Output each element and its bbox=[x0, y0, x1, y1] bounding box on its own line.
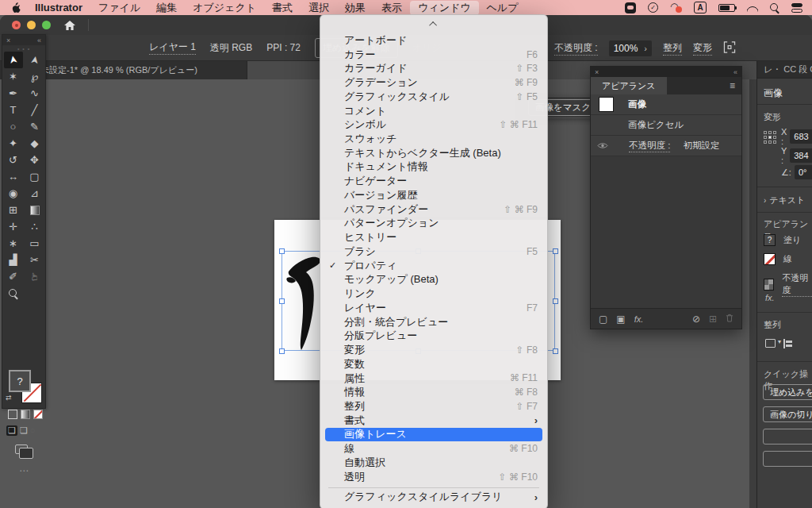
slice-tool[interactable]: ✂ bbox=[25, 252, 44, 268]
menubar-item-3[interactable]: オブジェクト bbox=[185, 1, 264, 15]
menu-item-15[interactable]: ブラシF5 bbox=[320, 244, 547, 259]
hand-tool[interactable]: ☞ bbox=[25, 268, 44, 285]
pencil-tool[interactable]: ✐ bbox=[4, 268, 23, 285]
wifi-icon[interactable] bbox=[747, 4, 758, 12]
menu-item-0[interactable]: アートボード bbox=[320, 33, 547, 48]
menu-item-5[interactable]: コメント bbox=[320, 104, 547, 118]
selection-handle[interactable] bbox=[279, 298, 285, 304]
x-value[interactable]: 683 bbox=[790, 129, 812, 144]
y-value[interactable]: 384 bbox=[790, 148, 812, 163]
menu-scroll-up-icon[interactable] bbox=[320, 15, 547, 33]
line-app-icon[interactable] bbox=[625, 2, 636, 13]
minimize-window-button[interactable] bbox=[27, 21, 36, 29]
collapse-panel-icon[interactable]: « bbox=[733, 68, 737, 76]
input-source-icon[interactable]: A bbox=[694, 2, 707, 13]
menubar-item-6[interactable]: 効果 bbox=[337, 1, 373, 15]
close-panel-icon[interactable]: × bbox=[595, 68, 599, 76]
angle-value[interactable]: 0° bbox=[795, 165, 812, 179]
menubar-item-4[interactable]: 書式 bbox=[264, 1, 301, 15]
appearance-tab[interactable]: アピアランス bbox=[591, 77, 667, 94]
menu-item-21[interactable]: 分版プレビュー bbox=[320, 329, 547, 343]
menu-item-6[interactable]: シンボル⇧ ⌘ F11 bbox=[320, 117, 547, 132]
draw-normal-icon[interactable]: ❏ bbox=[6, 425, 17, 436]
eraser-tool[interactable]: ◆ bbox=[25, 135, 44, 152]
quick-action-button-0[interactable]: 埋め込みを bbox=[763, 384, 812, 400]
quick-action-button-2[interactable] bbox=[763, 429, 812, 444]
magic-wand-tool[interactable]: ✶ bbox=[4, 68, 23, 85]
panel-menu-icon[interactable]: ≡ bbox=[730, 80, 735, 91]
menu-item-10[interactable]: ナビゲーター bbox=[320, 174, 547, 188]
visibility-eye-icon[interactable] bbox=[597, 142, 608, 149]
menubar-item-8[interactable]: ウィンドウ bbox=[410, 1, 479, 15]
delete-item-icon[interactable] bbox=[726, 314, 733, 325]
opacity-label[interactable]: 不透明度 : bbox=[554, 41, 598, 56]
gradient-mode-chip[interactable] bbox=[21, 410, 30, 419]
free-transform-icon[interactable] bbox=[723, 41, 736, 56]
quick-action-button-3[interactable] bbox=[763, 451, 812, 467]
zoom-tool[interactable] bbox=[4, 285, 23, 302]
reference-point-selector[interactable] bbox=[764, 131, 776, 144]
layer-link[interactable]: レイヤー 1 bbox=[149, 40, 196, 55]
menu-item-3[interactable]: グラデーション⌘ F9 bbox=[320, 75, 547, 90]
shape-builder-tool[interactable]: ◉ bbox=[4, 185, 23, 202]
menubar-item-5[interactable]: 選択 bbox=[301, 1, 337, 15]
collapse-panel-icon[interactable]: « bbox=[37, 37, 41, 44]
menu-item-22[interactable]: 変形⇧ F8 bbox=[320, 343, 547, 357]
selection-tool[interactable]: ➤ bbox=[4, 52, 23, 68]
close-panel-icon[interactable]: × bbox=[6, 37, 10, 44]
appearance-row-pixels[interactable]: 画像ピクセル bbox=[591, 115, 741, 136]
panel-drag-nub[interactable]: • • • bbox=[2, 45, 45, 52]
battery-icon[interactable] bbox=[718, 4, 735, 12]
clear-appearance-icon[interactable]: ⊘ bbox=[692, 314, 700, 325]
menubar-item-2[interactable]: 編集 bbox=[148, 1, 185, 15]
control-center-icon[interactable] bbox=[791, 3, 802, 13]
eyedropper-tool[interactable]: ✛ bbox=[4, 218, 23, 235]
width-tool[interactable]: ↔ bbox=[4, 168, 23, 185]
menu-item-16[interactable]: ✓プロパティ bbox=[320, 259, 547, 273]
menu-item-24[interactable]: 属性⌘ F11 bbox=[320, 371, 547, 386]
edit-toolbar-icon[interactable]: ⋯ bbox=[2, 465, 47, 476]
fx-icon[interactable]: fx. bbox=[765, 293, 775, 302]
menu-item-13[interactable]: パターンオプション bbox=[320, 217, 547, 231]
graph-tool[interactable]: ▟ bbox=[4, 252, 23, 268]
clock-check-icon[interactable]: ✓ bbox=[648, 2, 658, 13]
shaper-tool[interactable]: ✦ bbox=[4, 135, 23, 152]
menu-item-19[interactable]: レイヤーF7 bbox=[320, 301, 547, 315]
menubar-item-7[interactable]: 表示 bbox=[373, 1, 410, 15]
menu-item-17[interactable]: モックアップ (Beta) bbox=[320, 272, 547, 287]
fill-row[interactable]: ? 塗り bbox=[764, 234, 801, 246]
none-mode-chip[interactable] bbox=[33, 410, 43, 419]
rotation-field[interactable]: ∠: 0° bbox=[781, 165, 812, 179]
menu-item-7[interactable]: スウォッチ bbox=[320, 132, 547, 146]
menu-item-31[interactable]: 透明⇧ ⌘ F10 bbox=[320, 470, 547, 484]
scale-tool[interactable]: ✥ bbox=[25, 152, 44, 168]
menu-item-11[interactable]: バージョン履歴 bbox=[320, 188, 547, 202]
duplicate-item-icon[interactable]: ⊞ bbox=[709, 314, 717, 325]
menubar-item-0[interactable]: Illustrator bbox=[27, 1, 90, 15]
symbol-sprayer-tool[interactable]: ∗ bbox=[4, 235, 23, 252]
color-mode-chip[interactable] bbox=[8, 410, 17, 419]
free-transform-tool[interactable]: ▢ bbox=[25, 168, 44, 185]
line-segment-tool[interactable]: ╱ bbox=[25, 102, 44, 118]
screen-mode-icon[interactable] bbox=[15, 444, 28, 454]
draw-behind-icon[interactable]: ❏ bbox=[20, 425, 28, 436]
search-icon[interactable] bbox=[770, 3, 779, 13]
close-window-button[interactable] bbox=[12, 21, 21, 29]
stroke-row[interactable]: 線 bbox=[764, 253, 792, 265]
zoom-window-button[interactable] bbox=[42, 21, 51, 29]
menu-item-2[interactable]: カラーガイド⇧ F3 bbox=[320, 61, 547, 75]
screen-record-icon[interactable] bbox=[670, 3, 682, 13]
text-section-toggle[interactable]: › テキスト bbox=[764, 194, 805, 206]
menu-item-30[interactable]: 自動選択 bbox=[320, 456, 547, 470]
align-link[interactable]: 整列 bbox=[663, 41, 682, 56]
lasso-tool[interactable]: ℘ bbox=[25, 68, 44, 85]
pen-tool[interactable]: ✒ bbox=[4, 85, 23, 102]
menubar-item-1[interactable]: ファイル bbox=[90, 1, 148, 15]
transform-link[interactable]: 変形 bbox=[693, 41, 712, 56]
menu-item-27[interactable]: 書式› bbox=[320, 414, 547, 428]
blend-tool[interactable]: ∴ bbox=[25, 218, 44, 235]
menu-item-29[interactable]: 線⌘ F10 bbox=[320, 441, 547, 456]
align-left-icon[interactable] bbox=[783, 339, 785, 348]
menu-item-12[interactable]: パスファインダー⇧ ⌘ F9 bbox=[320, 202, 547, 217]
dock-tabs-truncated[interactable]: レ・ CC 段 C bbox=[757, 61, 812, 79]
